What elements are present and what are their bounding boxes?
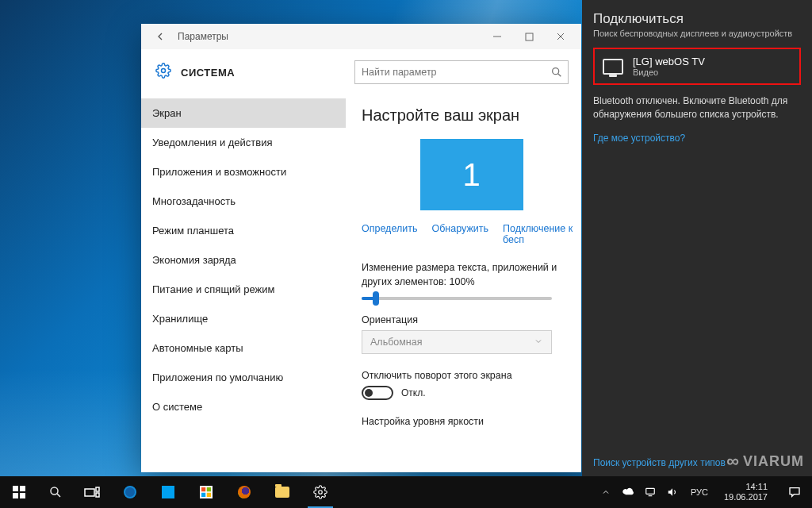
window-title: Параметры — [178, 31, 228, 42]
svg-point-11 — [51, 487, 58, 495]
infinity-icon: ∞ — [726, 451, 740, 471]
taskbar-app-edge[interactable] — [111, 476, 149, 508]
sidebar-item-label: Приложения по умолчанию — [152, 371, 283, 383]
where-device-link[interactable]: Где мое устройство? — [593, 133, 801, 144]
sidebar-item-tablet-mode[interactable]: Режим планшета — [141, 216, 346, 245]
sidebar-item-label: Режим планшета — [152, 225, 234, 237]
sidebar-item-label: Приложения и возможности — [152, 166, 286, 178]
taskbar-app-store[interactable] — [187, 476, 225, 508]
device-item[interactable]: [LG] webOS TV Видео — [593, 48, 801, 85]
lock-rotation-label: Отключить поворот этого экрана — [362, 370, 581, 381]
svg-rect-18 — [201, 493, 205, 497]
search-input[interactable] — [362, 67, 561, 78]
taskbar-app-settings[interactable] — [301, 476, 339, 508]
search-input-container[interactable] — [354, 60, 569, 84]
svg-point-20 — [319, 491, 323, 495]
monitor-tile-1[interactable]: 1 — [420, 139, 523, 210]
monitor-number: 1 — [462, 157, 480, 193]
svg-point-5 — [553, 68, 559, 75]
other-device-types-link[interactable]: Поиск устройств других типов — [593, 457, 726, 468]
minimize-button[interactable] — [481, 25, 513, 48]
svg-rect-14 — [96, 487, 99, 491]
section-title: СИСТЕМА — [181, 67, 235, 79]
flyout-subtitle: Поиск беспроводных дисплеев и аудиоустро… — [593, 29, 801, 38]
bluetooth-message: Bluetooth отключен. Включите Bluetooth д… — [593, 94, 801, 121]
tray-onedrive-icon[interactable] — [619, 487, 637, 497]
sidebar-item-label: Уведомления и действия — [152, 137, 273, 148]
svg-line-12 — [57, 494, 60, 497]
sidebar-item-offline-maps[interactable]: Автономные карты — [141, 333, 346, 363]
taskbar-app-live[interactable] — [149, 476, 187, 508]
sidebar-item-label: Хранилище — [152, 313, 208, 325]
sidebar-item-display[interactable]: Экран — [141, 98, 346, 128]
settings-content: Настройте ваш экран 1 Определить Обнаруж… — [346, 98, 581, 472]
slider-thumb[interactable] — [373, 291, 379, 306]
window-titlebar: Параметры — [141, 24, 581, 49]
svg-rect-21 — [646, 488, 655, 494]
store-icon — [200, 486, 213, 498]
svg-rect-17 — [207, 487, 211, 491]
clock-time: 14:11 — [724, 482, 768, 492]
svg-point-4 — [162, 69, 166, 73]
taskbar-app-explorer[interactable] — [263, 476, 301, 508]
sidebar-item-label: Экономия заряда — [152, 254, 236, 266]
tray-volume-icon[interactable] — [664, 487, 681, 498]
wireless-connect-link[interactable]: Подключение к бесп — [503, 223, 581, 245]
detect-link[interactable]: Обнаружить — [431, 223, 488, 245]
scale-slider[interactable] — [362, 297, 552, 300]
sidebar-item-notifications[interactable]: Уведомления и действия — [141, 128, 346, 157]
chevron-down-icon — [534, 337, 543, 348]
svg-rect-1 — [526, 33, 533, 40]
taskbar: РУС 14:11 19.06.2017 — [0, 476, 812, 508]
maximize-button[interactable] — [513, 25, 545, 48]
flyout-title: Подключиться — [593, 11, 801, 27]
settings-window: Параметры — [141, 24, 581, 472]
sidebar-item-apps-features[interactable]: Приложения и возможности — [141, 157, 346, 187]
svg-rect-13 — [85, 489, 94, 496]
device-name: [LG] webOS TV — [633, 56, 705, 67]
svg-rect-7 — [13, 486, 18, 491]
toggle-state-text: Откл. — [401, 387, 426, 398]
tray-chevron-up-icon[interactable] — [597, 487, 615, 497]
identify-link[interactable]: Определить — [362, 223, 417, 245]
language-indicator[interactable]: РУС — [686, 487, 713, 497]
svg-rect-9 — [13, 493, 18, 498]
sidebar-item-battery[interactable]: Экономия заряда — [141, 245, 346, 275]
action-center-button[interactable] — [779, 486, 810, 498]
page-heading: Настройте ваш экран — [362, 106, 581, 125]
svg-line-6 — [558, 74, 561, 77]
svg-rect-8 — [20, 486, 25, 491]
search-icon — [550, 66, 563, 82]
lock-rotation-toggle[interactable] — [362, 386, 393, 400]
device-type: Видео — [633, 67, 705, 77]
sidebar-item-power-sleep[interactable]: Питание и спящий режим — [141, 275, 346, 304]
start-button[interactable] — [0, 476, 38, 508]
sidebar-item-label: Автономные карты — [152, 342, 243, 354]
desktop: Параметры — [0, 0, 812, 508]
firefox-icon — [238, 486, 251, 498]
connect-flyout: Подключиться Поиск беспроводных дисплеев… — [582, 0, 812, 476]
sidebar-item-label: О системе — [152, 401, 202, 413]
back-button[interactable] — [149, 25, 171, 48]
orientation-select[interactable]: Альбомная — [362, 330, 552, 354]
clock-date: 19.06.2017 — [724, 492, 768, 502]
sidebar-item-label: Экран — [152, 107, 182, 119]
task-view-button[interactable] — [73, 476, 111, 508]
sidebar-item-about[interactable]: О системе — [141, 392, 346, 421]
taskbar-search-button[interactable] — [38, 476, 73, 508]
folder-icon — [275, 487, 289, 498]
tray-network-icon[interactable] — [642, 487, 659, 498]
orientation-label: Ориентация — [362, 314, 581, 325]
edge-icon — [124, 486, 136, 498]
close-button[interactable] — [545, 25, 576, 48]
brightness-label: Настройка уровня яркости — [362, 416, 581, 427]
sidebar-item-default-apps[interactable]: Приложения по умолчанию — [141, 363, 346, 392]
sidebar-item-multitasking[interactable]: Многозадачность — [141, 187, 346, 216]
taskbar-app-firefox[interactable] — [225, 476, 263, 508]
sidebar-item-label: Питание и спящий режим — [152, 283, 274, 295]
sidebar-item-storage[interactable]: Хранилище — [141, 304, 346, 333]
taskbar-clock[interactable]: 14:11 19.06.2017 — [718, 482, 774, 502]
settings-header: СИСТЕМА — [141, 49, 581, 98]
display-preview[interactable]: 1 — [393, 139, 551, 210]
settings-sidebar: Экран Уведомления и действия Приложения … — [141, 98, 346, 472]
